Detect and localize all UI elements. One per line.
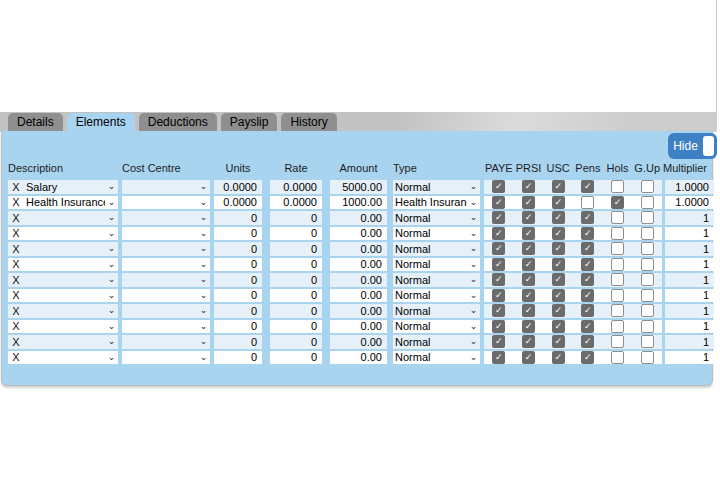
cost-centre-select[interactable]: ⌄ bbox=[122, 289, 210, 303]
paye-checkbox[interactable]: ✓ bbox=[492, 258, 505, 271]
gup-checkbox[interactable] bbox=[641, 304, 654, 317]
cost-centre-select[interactable]: ⌄ bbox=[122, 211, 210, 225]
multiplier-input[interactable]: 1.0000 bbox=[665, 180, 714, 194]
prsi-checkbox[interactable]: ✓ bbox=[522, 335, 535, 348]
prsi-checkbox[interactable]: ✓ bbox=[522, 304, 535, 317]
amount-input[interactable]: 0.00 bbox=[330, 335, 387, 349]
hols-checkbox[interactable] bbox=[611, 304, 624, 317]
rate-input[interactable]: 0.0000 bbox=[270, 180, 322, 194]
units-input[interactable]: 0 bbox=[214, 320, 262, 334]
amount-input[interactable]: 1000.00 bbox=[330, 196, 387, 210]
pens-checkbox[interactable]: ✓ bbox=[581, 258, 594, 271]
hols-checkbox[interactable] bbox=[611, 242, 624, 255]
multiplier-input[interactable]: 1 bbox=[665, 273, 714, 287]
type-select[interactable]: Normal⌄ bbox=[393, 320, 480, 334]
multiplier-input[interactable]: 1.0000 bbox=[665, 196, 714, 210]
delete-row-button[interactable]: X bbox=[8, 320, 24, 332]
tab-elements[interactable]: Elements bbox=[67, 113, 135, 132]
description-select[interactable]: ⌄ bbox=[24, 211, 118, 225]
description-select[interactable]: ⌄ bbox=[24, 289, 118, 303]
multiplier-input[interactable]: 1 bbox=[665, 335, 714, 349]
units-input[interactable]: 0 bbox=[214, 242, 262, 256]
delete-row-button[interactable]: X bbox=[8, 351, 24, 363]
units-input[interactable]: 0 bbox=[214, 258, 262, 272]
description-select[interactable]: ⌄ bbox=[24, 304, 118, 318]
multiplier-input[interactable]: 1 bbox=[665, 227, 714, 241]
tab-payslip[interactable]: Payslip bbox=[221, 113, 278, 132]
rate-input[interactable]: 0 bbox=[270, 258, 322, 272]
type-select[interactable]: Normal⌄ bbox=[393, 335, 480, 349]
hols-checkbox[interactable] bbox=[611, 273, 624, 286]
hols-checkbox[interactable] bbox=[611, 335, 624, 348]
type-select[interactable]: Health Insurance⌄ bbox=[393, 196, 480, 210]
hols-checkbox[interactable] bbox=[611, 289, 624, 302]
hols-checkbox[interactable]: ✓ bbox=[611, 196, 624, 209]
paye-checkbox[interactable]: ✓ bbox=[492, 335, 505, 348]
delete-row-button[interactable]: X bbox=[8, 181, 24, 193]
hols-checkbox[interactable] bbox=[611, 180, 624, 193]
cost-centre-select[interactable]: ⌄ bbox=[122, 351, 210, 365]
type-select[interactable]: Normal⌄ bbox=[393, 273, 480, 287]
pens-checkbox[interactable]: ✓ bbox=[581, 320, 594, 333]
usc-checkbox[interactable]: ✓ bbox=[552, 211, 565, 224]
usc-checkbox[interactable]: ✓ bbox=[552, 227, 565, 240]
multiplier-input[interactable]: 1 bbox=[665, 304, 714, 318]
multiplier-input[interactable]: 1 bbox=[665, 320, 714, 334]
hols-checkbox[interactable] bbox=[611, 351, 624, 364]
cost-centre-select[interactable]: ⌄ bbox=[122, 242, 210, 256]
description-select[interactable]: Health Insurance⌄ bbox=[24, 196, 118, 210]
gup-checkbox[interactable] bbox=[641, 273, 654, 286]
rate-input[interactable]: 0 bbox=[270, 211, 322, 225]
pens-checkbox[interactable]: ✓ bbox=[581, 227, 594, 240]
delete-row-button[interactable]: X bbox=[8, 274, 24, 286]
gup-checkbox[interactable] bbox=[641, 258, 654, 271]
paye-checkbox[interactable]: ✓ bbox=[492, 273, 505, 286]
rate-input[interactable]: 0 bbox=[270, 273, 322, 287]
type-select[interactable]: Normal⌄ bbox=[393, 211, 480, 225]
pens-checkbox[interactable]: ✓ bbox=[581, 335, 594, 348]
units-input[interactable]: 0 bbox=[214, 289, 262, 303]
pens-checkbox[interactable]: ✓ bbox=[581, 273, 594, 286]
units-input[interactable]: 0 bbox=[214, 335, 262, 349]
paye-checkbox[interactable]: ✓ bbox=[492, 180, 505, 193]
description-select[interactable]: ⌄ bbox=[24, 335, 118, 349]
type-select[interactable]: Normal⌄ bbox=[393, 227, 480, 241]
delete-row-button[interactable]: X bbox=[8, 212, 24, 224]
delete-row-button[interactable]: X bbox=[8, 243, 24, 255]
type-select[interactable]: Normal⌄ bbox=[393, 304, 480, 318]
pens-checkbox[interactable]: ✓ bbox=[581, 304, 594, 317]
prsi-checkbox[interactable]: ✓ bbox=[522, 320, 535, 333]
rate-input[interactable]: 0 bbox=[270, 242, 322, 256]
prsi-checkbox[interactable]: ✓ bbox=[522, 273, 535, 286]
description-select[interactable]: ⌄ bbox=[24, 351, 118, 365]
rate-input[interactable]: 0 bbox=[270, 351, 322, 365]
pens-checkbox[interactable]: ✓ bbox=[581, 289, 594, 302]
cost-centre-select[interactable]: ⌄ bbox=[122, 196, 210, 210]
prsi-checkbox[interactable]: ✓ bbox=[522, 289, 535, 302]
rate-input[interactable]: 0 bbox=[270, 304, 322, 318]
hide-button[interactable]: Hide bbox=[668, 133, 717, 159]
prsi-checkbox[interactable]: ✓ bbox=[522, 242, 535, 255]
type-select[interactable]: Normal⌄ bbox=[393, 180, 480, 194]
rate-input[interactable]: 0.0000 bbox=[270, 196, 322, 210]
cost-centre-select[interactable]: ⌄ bbox=[122, 320, 210, 334]
type-select[interactable]: Normal⌄ bbox=[393, 242, 480, 256]
usc-checkbox[interactable]: ✓ bbox=[552, 273, 565, 286]
amount-input[interactable]: 0.00 bbox=[330, 227, 387, 241]
usc-checkbox[interactable]: ✓ bbox=[552, 180, 565, 193]
usc-checkbox[interactable]: ✓ bbox=[552, 258, 565, 271]
cost-centre-select[interactable]: ⌄ bbox=[122, 258, 210, 272]
paye-checkbox[interactable]: ✓ bbox=[492, 320, 505, 333]
delete-row-button[interactable]: X bbox=[8, 305, 24, 317]
usc-checkbox[interactable]: ✓ bbox=[552, 304, 565, 317]
units-input[interactable]: 0.0000 bbox=[214, 196, 262, 210]
usc-checkbox[interactable]: ✓ bbox=[552, 335, 565, 348]
cost-centre-select[interactable]: ⌄ bbox=[122, 227, 210, 241]
multiplier-input[interactable]: 1 bbox=[665, 211, 714, 225]
prsi-checkbox[interactable]: ✓ bbox=[522, 180, 535, 193]
prsi-checkbox[interactable]: ✓ bbox=[522, 227, 535, 240]
amount-input[interactable]: 0.00 bbox=[330, 258, 387, 272]
cost-centre-select[interactable]: ⌄ bbox=[122, 335, 210, 349]
paye-checkbox[interactable]: ✓ bbox=[492, 304, 505, 317]
gup-checkbox[interactable] bbox=[641, 227, 654, 240]
